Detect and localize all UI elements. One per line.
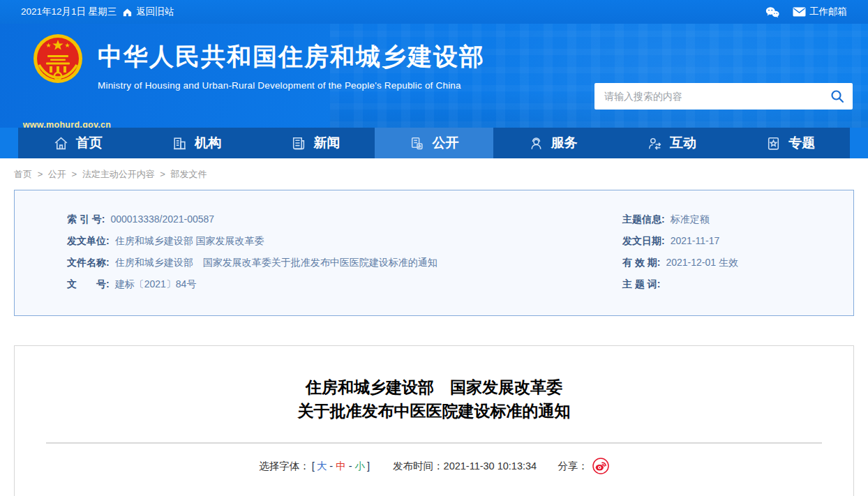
breadcrumb-home[interactable]: 首页 [14, 169, 32, 179]
nav-item-label: 专题 [788, 134, 815, 152]
service-person-icon [528, 135, 544, 151]
nav-item-label: 互动 [670, 134, 696, 152]
national-emblem [32, 32, 84, 87]
disclosure-doc-icon [409, 135, 425, 151]
font-size-small[interactable]: 小 [355, 460, 366, 473]
news-icon [290, 135, 306, 151]
nav-item-home[interactable]: 首页 [18, 128, 137, 158]
info-row-document-name: 文件名称: 住房和城乡建设部 国家发展改革委关于批准发布中医医院建设标准的通知 [15, 252, 611, 273]
site-header: www.mohurd.gov.cn 中华人民共和国住房和城乡建设部 Minist… [0, 24, 868, 128]
info-row-document-number: 文 号: 建标〔2021〕84号 [15, 273, 611, 295]
wechat-icon[interactable] [765, 6, 780, 18]
site-url: www.mohurd.gov.cn [15, 120, 119, 128]
info-row-issuing-unit: 发文单位: 住房和城乡建设部 国家发展改革委 [15, 230, 611, 252]
nav-item-interact[interactable]: 互动 [612, 128, 731, 158]
breadcrumb: 首页 > 公开 > 法定主动公开内容 > 部发文件 [14, 168, 868, 181]
title-divider [46, 442, 822, 444]
info-value: 2021-11-17 [671, 230, 720, 252]
nav-item-org[interactable]: 机构 [137, 128, 255, 158]
breadcrumb-separator: > [71, 169, 77, 179]
topic-star-icon [765, 135, 781, 151]
info-label: 发文单位: [67, 230, 110, 252]
font-size-selector: 选择字体： [ 大 - 中 - 小 ] [259, 460, 372, 473]
info-value: 2021-12-01 生效 [666, 252, 738, 273]
info-label: 主 题 词: [622, 273, 660, 295]
info-value: 建标〔2021〕84号 [115, 273, 197, 295]
nav-item-service[interactable]: 服务 [493, 128, 612, 158]
return-old-site-link[interactable]: 返回旧站 [122, 6, 174, 18]
breadcrumb-current: 部发文件 [171, 169, 207, 179]
info-label: 文件名称: [67, 252, 110, 273]
nav-item-label: 公开 [432, 134, 458, 152]
info-row-index-number: 索 引 号: 000013338/2021-00587 [15, 209, 611, 230]
font-select-label: 选择字体： [259, 460, 310, 473]
info-label: 文 号: [67, 273, 110, 295]
publish-time-group: 发布时间： 2021-11-30 10:13:34 [393, 460, 537, 473]
top-utility-bar: 2021年12月1日 星期三 返回旧站 [0, 0, 868, 24]
article-title-line1: 住房和城乡建设部 国家发展改革委 [15, 375, 853, 399]
return-old-site-label: 返回旧站 [136, 6, 174, 18]
mail-icon [793, 7, 806, 17]
font-size-large[interactable]: 大 [317, 460, 327, 473]
font-size-dash: - [349, 460, 352, 472]
nav-item-disclosure[interactable]: 公开 [375, 128, 493, 158]
info-label: 发文日期: [622, 230, 665, 252]
info-value: 住房和城乡建设部 国家发展改革委 [115, 230, 264, 252]
bracket-close: ] [367, 460, 370, 472]
publish-time-label: 发布时间： [393, 460, 444, 473]
info-row-issue-date: 发文日期: 2021-11-17 [611, 230, 853, 252]
current-date: 2021年12月1日 星期三 [21, 6, 117, 18]
breadcrumb-disclosure[interactable]: 公开 [48, 169, 66, 179]
search-input[interactable] [594, 91, 822, 102]
home-icon [53, 135, 69, 151]
site-subtitle-en: Ministry of Housing and Urban-Rural Deve… [98, 80, 485, 91]
nav-item-label: 首页 [76, 134, 103, 152]
info-value: 住房和城乡建设部 国家发展改革委关于批准发布中医医院建设标准的通知 [115, 252, 437, 273]
work-mailbox-link[interactable]: 工作邮箱 [793, 6, 847, 18]
breadcrumb-separator: > [38, 169, 43, 179]
font-size-medium[interactable]: 中 [336, 460, 346, 473]
org-building-icon [172, 135, 188, 151]
share-label: 分享： [558, 460, 588, 473]
info-label: 有 效 期: [622, 252, 660, 273]
nav-item-news[interactable]: 新闻 [256, 128, 375, 158]
search-icon[interactable] [822, 83, 853, 110]
bracket-open: [ [312, 460, 315, 472]
nav-item-label: 服务 [551, 134, 578, 152]
weibo-share-icon[interactable] [592, 458, 609, 474]
font-size-dash: - [329, 460, 333, 472]
nav-item-label: 机构 [195, 134, 221, 152]
info-row-effective-date: 有 效 期: 2021-12-01 生效 [611, 252, 853, 273]
work-mailbox-label: 工作邮箱 [809, 6, 847, 18]
main-navigation: 首页 机构 新闻 公开 服务 [0, 128, 868, 158]
nav-item-topics[interactable]: 专题 [731, 128, 850, 158]
document-info-box: 索 引 号: 000013338/2021-00587 发文单位: 住房和城乡建… [14, 190, 854, 316]
article-box: 住房和城乡建设部 国家发展改革委 关于批准发布中医医院建设标准的通知 选择字体：… [14, 345, 854, 496]
article-title-line2: 关于批准发布中医医院建设标准的通知 [15, 399, 853, 423]
nav-item-label: 新闻 [313, 134, 340, 152]
interact-person-icon [647, 135, 663, 151]
info-label: 索 引 号: [67, 209, 105, 230]
info-row-topic-info: 主题信息: 标准定额 [611, 209, 853, 230]
info-label: 主题信息: [622, 209, 665, 230]
breadcrumb-statutory-content[interactable]: 法定主动公开内容 [82, 169, 155, 179]
publish-time-value: 2021-11-30 10:13:34 [444, 460, 537, 472]
search-box [594, 83, 853, 110]
share-group: 分享： [558, 458, 609, 474]
article-meta-row: 选择字体： [ 大 - 中 - 小 ] 发布时间： 2021-11-30 10:… [15, 458, 853, 474]
site-title: 中华人民共和国住房和城乡建设部 [98, 40, 485, 73]
info-value: 000013338/2021-00587 [110, 209, 214, 230]
return-old-site-home-icon [122, 7, 133, 17]
info-value: 标准定额 [671, 209, 710, 230]
breadcrumb-separator: > [160, 169, 165, 179]
info-row-keywords: 主 题 词: [611, 273, 853, 295]
